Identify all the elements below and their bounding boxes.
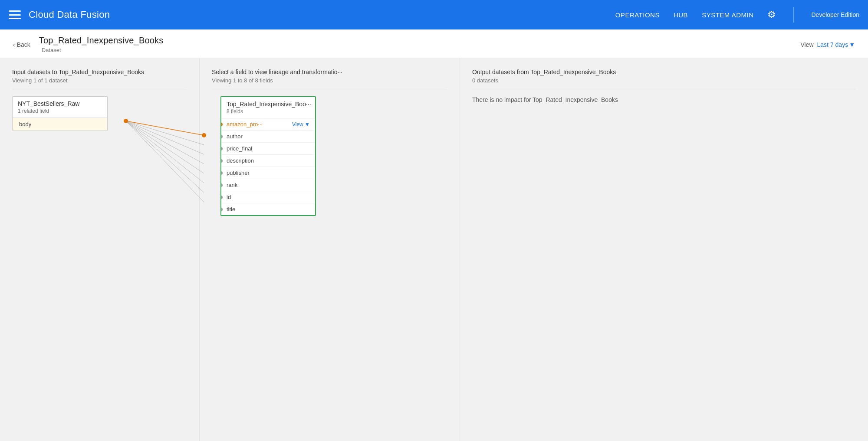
back-label: Back [17, 41, 30, 48]
output-field-name-description: description [227, 157, 254, 164]
view-section: View Last 7 days ▼ [800, 41, 855, 48]
input-dataset-meta: 1 related field [18, 108, 102, 114]
field-dot-active [220, 123, 223, 126]
output-field-name-amazon: amazon_pro··· [227, 121, 263, 127]
app-logo: Cloud Data Fusion [29, 9, 110, 20]
output-field-name-author: author [227, 133, 243, 140]
center-panel-subtitle: Viewing 1 to 8 of 8 fields [212, 77, 447, 89]
no-impact-text: There is no impact for Top_Rated_Inexpen… [472, 96, 856, 103]
left-panel-subtitle: Viewing 1 of 1 dataset [12, 77, 187, 89]
header: Cloud Data Fusion OPERATIONS HUB SYSTEM … [0, 0, 868, 29]
chevron-down-icon: ▼ [849, 41, 855, 48]
field-dot-author [220, 135, 223, 138]
view-dropdown[interactable]: Last 7 days ▼ [817, 41, 855, 48]
output-field-name-publisher: publisher [227, 170, 250, 176]
output-dataset-box: Top_Rated_Inexpensive_Boo··· 8 fields am… [220, 96, 316, 216]
header-nav: OPERATIONS HUB SYSTEM ADMIN ⚙ Developer … [615, 7, 859, 23]
field-dot-description [220, 159, 223, 163]
output-field-id[interactable]: id [221, 191, 315, 203]
output-field-rank[interactable]: rank [221, 179, 315, 191]
nav-hub[interactable]: HUB [674, 11, 688, 19]
right-panel-title: Output datasets from Top_Rated_Inexpensi… [472, 69, 856, 75]
output-field-author[interactable]: author [221, 131, 315, 143]
output-field-publisher[interactable]: publisher [221, 167, 315, 179]
input-dataset-box: NYT_BestSellers_Raw 1 related field body [12, 96, 108, 131]
output-dataset-header: Top_Rated_Inexpensive_Boo··· 8 fields [221, 97, 315, 118]
field-dot-rank [220, 183, 223, 187]
output-field-name-id: id [227, 194, 231, 200]
output-dataset-name[interactable]: Top_Rated_Inexpensive_Boo··· [227, 101, 310, 108]
left-panel-title: Input datasets to Top_Rated_Inexpensive_… [12, 69, 187, 75]
field-dot-publisher [220, 171, 223, 175]
developer-edition-label: Developer Edition [811, 11, 859, 19]
right-panel: Output datasets from Top_Rated_Inexpensi… [460, 58, 868, 441]
output-field-name-title: title [227, 206, 235, 212]
nav-system-admin[interactable]: SYSTEM ADMIN [702, 11, 753, 19]
output-field-price[interactable]: price_final [221, 143, 315, 155]
center-panel: Select a field to view lineage and trans… [200, 58, 460, 441]
output-dataset-meta: 8 fields [227, 108, 310, 114]
input-dataset-field[interactable]: body [13, 118, 107, 131]
gear-icon[interactable]: ⚙ [767, 9, 776, 20]
page-title-section: Top_Rated_Inexpensive_Books ⁢⁢ Dataset [39, 36, 801, 53]
view-label: View [800, 41, 813, 48]
output-field-name-rank: rank [227, 182, 237, 188]
output-field-amazon[interactable]: amazon_pro··· View ▼ [221, 118, 315, 131]
page-title: Top_Rated_Inexpensive_Books [39, 36, 801, 46]
page-subtitle: ⁢⁢ Dataset [39, 46, 801, 53]
main-content: Input datasets to Top_Rated_Inexpensive_… [0, 58, 868, 441]
nav-operations[interactable]: OPERATIONS [615, 11, 660, 19]
input-dataset-header: NYT_BestSellers_Raw 1 related field [13, 97, 107, 118]
right-panel-subtitle: 0 datasets [472, 77, 856, 89]
header-divider [793, 7, 794, 23]
back-button[interactable]: ‹ Back [13, 41, 30, 48]
input-dataset-name[interactable]: NYT_BestSellers_Raw [18, 100, 102, 107]
field-dot-title [220, 208, 223, 211]
output-field-description[interactable]: description [221, 155, 315, 167]
menu-icon[interactable] [9, 10, 21, 19]
view-field-link[interactable]: View ▼ [292, 121, 310, 127]
output-field-title[interactable]: title [221, 203, 315, 215]
breadcrumb-bar: ‹ Back Top_Rated_Inexpensive_Books ⁢⁢ Da… [0, 29, 868, 58]
back-chevron-icon: ‹ [13, 41, 15, 48]
svg-point-9 [202, 133, 206, 137]
field-dot-price [220, 147, 223, 150]
center-panel-title: Select a field to view lineage and trans… [212, 69, 447, 75]
output-field-name-price: price_final [227, 145, 252, 152]
page-subtitle-label: Dataset [42, 47, 61, 53]
field-dot-id [220, 196, 223, 199]
view-value: Last 7 days [817, 41, 848, 48]
left-panel: Input datasets to Top_Rated_Inexpensive_… [0, 58, 200, 441]
